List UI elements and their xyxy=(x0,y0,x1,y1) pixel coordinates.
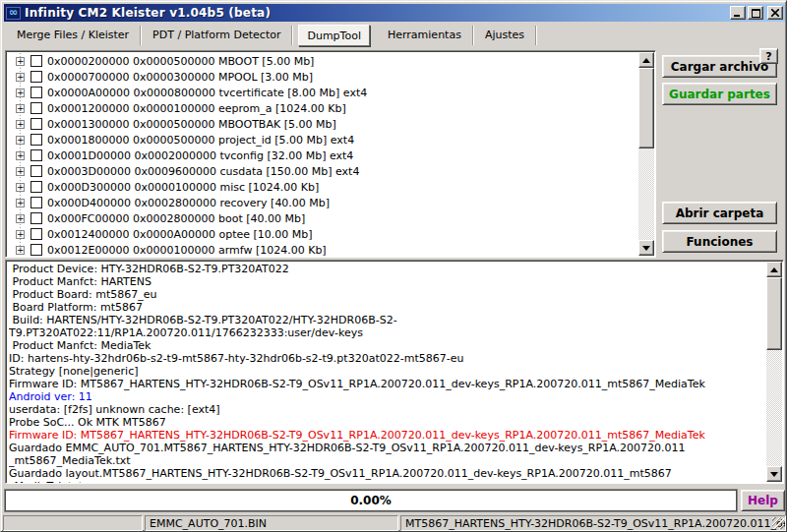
expand-plus-icon[interactable]: + xyxy=(16,57,25,66)
tab-dumptool[interactable]: DumpTool xyxy=(298,25,370,46)
save-parts-button[interactable]: Guardar partes xyxy=(662,83,777,105)
status-bar: EMMC_AUTO_701.BIN MT5867_HARTENS_HTY-32H… xyxy=(3,515,786,531)
close-button[interactable] xyxy=(767,6,783,20)
scroll-up-button[interactable] xyxy=(638,52,654,68)
partition-checkbox[interactable] xyxy=(30,212,42,224)
maximize-button[interactable] xyxy=(748,6,763,20)
tab-herramientas[interactable]: Herramientas xyxy=(376,25,473,46)
infinity-logo-icon: ∞ xyxy=(6,7,21,20)
tree-row[interactable]: +0x000D300000 0x0000100000 misc [1024.00… xyxy=(7,179,637,195)
partition-checkbox[interactable] xyxy=(30,102,42,114)
app-window: ∞ Infinity CM2 Kleister v1.04b5 (beta) M… xyxy=(0,0,787,532)
partition-label: 0x0001200000 0x0000100000 eeprom_a [1024… xyxy=(47,102,346,115)
partition-label: 0x0000A00000 0x0000800000 tvcertificate … xyxy=(47,87,367,99)
partition-label: 0x000FC00000 0x0002800000 boot [40.00 Mb… xyxy=(47,212,305,225)
progress-bar: 0.00% xyxy=(5,490,737,511)
resize-grip-icon[interactable] xyxy=(772,517,784,529)
minimize-icon xyxy=(734,9,742,17)
help-button[interactable]: Help xyxy=(741,490,785,511)
log-line: Firmware ID: MT5867_HARTENS_HTY-32HDR06B… xyxy=(9,429,764,442)
expand-plus-icon[interactable]: + xyxy=(16,230,25,239)
partition-checkbox[interactable] xyxy=(30,165,42,177)
partition-checkbox[interactable] xyxy=(30,71,42,83)
close-icon xyxy=(771,9,779,17)
scroll-down-button[interactable] xyxy=(638,240,654,256)
partition-checkbox[interactable] xyxy=(30,149,42,161)
scroll-up-button[interactable] xyxy=(766,262,782,277)
log-scrollbar[interactable] xyxy=(766,262,782,482)
log-line: Android ver: 11 xyxy=(9,390,764,403)
window-title: Infinity CM2 Kleister v1.04b5 (beta) xyxy=(25,6,271,20)
log-line: T9.PT320AT022:11/RP1A.200720.011/1766232… xyxy=(9,326,764,339)
tree-scroll-thumb[interactable] xyxy=(638,68,654,148)
expand-plus-icon[interactable]: + xyxy=(16,199,25,207)
tree-row[interactable]: +0x0001D00000 0x0002000000 tvconfig [32.… xyxy=(7,148,637,163)
expand-plus-icon[interactable]: + xyxy=(16,214,25,223)
progress-value: 0.00% xyxy=(350,494,392,507)
tree-row[interactable]: +0x0000700000 0x0000300000 MPOOL [3.00 M… xyxy=(7,69,637,85)
tree-row[interactable]: +0x0012400000 0x0000A00000 optee [10.00 … xyxy=(7,226,637,242)
tree-row[interactable]: +0x0001300000 0x0000500000 MBOOTBAK [5.0… xyxy=(7,116,637,132)
log-line: Guardado layout.MT5867_HARTENS_HTY-32HDR… xyxy=(9,467,764,480)
scroll-down-button[interactable] xyxy=(766,466,782,482)
log-line: Product Manfct: HARTENS xyxy=(9,275,764,288)
log-line: ID: hartens-hty-32hdr06b-s2-t9-mt5867-ht… xyxy=(9,352,764,365)
tab-merge-files-kleister[interactable]: Merge Files / Kleister xyxy=(5,25,141,46)
tree-row[interactable]: +0x0000A00000 0x0000800000 tvcertificate… xyxy=(7,85,637,100)
partition-label: 0x0001300000 0x0000500000 MBOOTBAK [5.00… xyxy=(47,118,336,131)
expand-plus-icon[interactable]: + xyxy=(16,151,25,160)
open-folder-button[interactable]: Abrir carpeta xyxy=(662,202,777,224)
arrow-down-icon xyxy=(642,246,650,251)
partition-label: 0x000D400000 0x0002800000 recovery [40.0… xyxy=(47,197,330,209)
log-line: _mt5867_MediaTek.txt xyxy=(9,454,764,467)
arrow-up-icon xyxy=(770,267,778,272)
partition-label: 0x0000700000 0x0000300000 MPOOL [3.00 Mb… xyxy=(47,71,313,84)
minimize-button[interactable] xyxy=(730,6,746,20)
expand-plus-icon[interactable]: + xyxy=(16,246,25,255)
partition-label: 0x0003D00000 0x0009600000 cusdata [150.0… xyxy=(47,165,359,178)
partition-label: 0x0001800000 0x0000500000 project_id [5.… xyxy=(47,134,354,147)
status-segment-file: EMMC_AUTO_701.BIN xyxy=(145,515,398,531)
tree-row[interactable]: +0x0003D00000 0x0009600000 cusdata [150.… xyxy=(7,163,637,179)
log-scroll-thumb[interactable] xyxy=(766,277,782,350)
tab-ajustes[interactable]: Ajustes xyxy=(473,25,536,46)
status-firmware-text: MT5867_HARTENS_HTY-32HDR06B-S2-T9_OSv11_… xyxy=(405,517,786,530)
partition-label: 0x000D300000 0x0000100000 misc [1024.00 … xyxy=(47,181,319,194)
expand-plus-icon[interactable]: + xyxy=(16,183,25,192)
log-line: Product Device: HTY-32HDR06B-S2-T9.PT320… xyxy=(9,263,764,275)
partition-checkbox[interactable] xyxy=(30,197,42,208)
partition-checkbox[interactable] xyxy=(30,134,42,146)
partition-label: 0x0001D00000 0x0002000000 tvconfig [32.0… xyxy=(47,149,353,162)
expand-plus-icon[interactable]: + xyxy=(16,136,25,145)
partition-checkbox[interactable] xyxy=(30,118,42,130)
tree-row[interactable]: +0x0000200000 0x0000500000 MBOOT [5.00 M… xyxy=(7,53,637,69)
tab-bar: Merge Files / KleisterPDT / Platform Det… xyxy=(5,25,536,46)
log-line: Firmware ID: MT5867_HARTENS_HTY-32HDR06B… xyxy=(9,378,764,390)
log-line: Guardado EMMC_AUTO_701.MT5867_HARTENS_HT… xyxy=(9,442,764,454)
partition-tree[interactable]: +0x0000200000 0x0000500000 MBOOT [5.00 M… xyxy=(5,50,656,258)
expand-plus-icon[interactable]: + xyxy=(16,89,25,97)
expand-plus-icon[interactable]: + xyxy=(16,104,25,113)
expand-plus-icon[interactable]: + xyxy=(16,73,25,82)
expand-plus-icon[interactable]: + xyxy=(16,167,25,176)
tree-row[interactable]: +0x0001200000 0x0000100000 eeprom_a [102… xyxy=(7,100,637,116)
log-line: Board Platform: mt5867 xyxy=(9,301,764,314)
tree-row[interactable]: +0x000D400000 0x0002800000 recovery [40.… xyxy=(7,195,637,210)
partition-checkbox[interactable] xyxy=(30,87,42,98)
partition-checkbox[interactable] xyxy=(30,55,42,67)
functions-button[interactable]: Funciones xyxy=(662,230,777,253)
help-mark-button[interactable]: ? xyxy=(759,48,778,64)
tab-pdt-platform-detector[interactable]: PDT / Platform Detector xyxy=(141,25,292,46)
partition-checkbox[interactable] xyxy=(30,228,42,240)
title-bar[interactable]: ∞ Infinity CM2 Kleister v1.04b5 (beta) xyxy=(4,4,785,22)
partition-checkbox[interactable] xyxy=(30,244,42,256)
tree-row[interactable]: +0x0001800000 0x0000500000 project_id [5… xyxy=(7,132,637,148)
tree-scrollbar[interactable] xyxy=(638,52,654,256)
partition-checkbox[interactable] xyxy=(30,181,42,193)
partition-label: 0x0012400000 0x0000A00000 optee [10.00 M… xyxy=(47,228,313,241)
tree-row[interactable]: +0x000FC00000 0x0002800000 boot [40.00 M… xyxy=(7,210,637,226)
tree-row[interactable]: +0x0012E00000 0x0000100000 armfw [1024.0… xyxy=(7,242,637,256)
expand-plus-icon[interactable]: + xyxy=(16,120,25,129)
log-line: Probe SoC... Ok MTK MT5867 xyxy=(9,416,764,429)
log-panel[interactable]: Product Device: HTY-32HDR06B-S2-T9.PT320… xyxy=(5,260,784,484)
